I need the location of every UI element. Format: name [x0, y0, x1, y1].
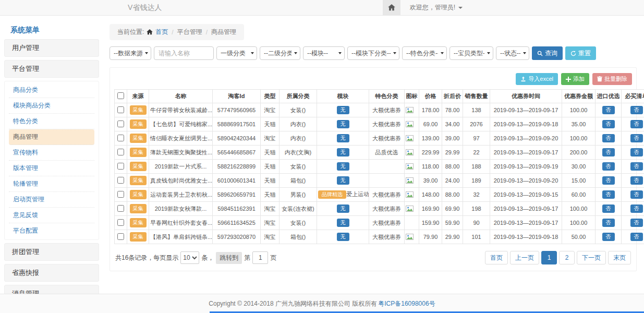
- batch-delete-button[interactable]: 批量删除: [592, 73, 632, 85]
- breadcrumb-prefix: 当前位置:: [117, 28, 144, 37]
- sidebar-group-groupon[interactable]: 拼团管理: [4, 243, 99, 261]
- import-select-toggle[interactable]: 否: [602, 148, 615, 156]
- import-select-toggle[interactable]: 否: [602, 190, 615, 199]
- import-select-toggle[interactable]: 否: [602, 120, 615, 128]
- row-checkbox[interactable]: [117, 121, 124, 127]
- feature-category: 大额优惠券: [369, 117, 405, 131]
- sidebar-item-carousel-management[interactable]: 轮播管理: [9, 176, 94, 192]
- item-type-select[interactable]: --宝贝类型--: [449, 46, 493, 60]
- must-buy-toggle[interactable]: 否: [630, 106, 643, 114]
- module-badge[interactable]: 无: [337, 204, 349, 213]
- sidebar-item-goods-category[interactable]: 商品分类: [9, 82, 94, 98]
- page-button-2[interactable]: 2: [559, 251, 575, 264]
- jump-page-input[interactable]: [252, 251, 268, 264]
- row-checkbox[interactable]: [117, 163, 124, 170]
- status-select[interactable]: --状态--: [496, 46, 529, 60]
- sidebar-group-user[interactable]: 用户管理: [4, 39, 99, 57]
- module-badge[interactable]: 无: [337, 162, 349, 171]
- module-sub-select[interactable]: --模块下分类--: [347, 46, 399, 60]
- row-checkbox[interactable]: [117, 219, 124, 226]
- row-checkbox[interactable]: [117, 191, 124, 198]
- page-button-1[interactable]: 1: [541, 251, 557, 264]
- row-checkbox[interactable]: [117, 149, 124, 155]
- feature-select[interactable]: --特色分类--: [402, 46, 447, 60]
- sidebar-item-splash-management[interactable]: 启动页管理: [9, 192, 94, 208]
- import-select-toggle[interactable]: 否: [602, 106, 615, 114]
- must-buy-toggle[interactable]: 否: [630, 162, 643, 171]
- must-buy-toggle[interactable]: 否: [630, 190, 643, 199]
- row-checkbox[interactable]: [117, 135, 124, 141]
- import-select-toggle[interactable]: 否: [602, 233, 615, 241]
- goods-name: 运动套装男士卫衣初秋...: [149, 188, 213, 202]
- breadcrumb-home[interactable]: 首页: [155, 28, 168, 37]
- import-select-toggle[interactable]: 否: [602, 219, 615, 227]
- module-select[interactable]: --模块--: [303, 46, 345, 60]
- must-buy-toggle[interactable]: 否: [630, 204, 643, 213]
- first-page-button[interactable]: 首页: [485, 251, 508, 264]
- must-buy-toggle[interactable]: 否: [630, 120, 643, 128]
- goods-name: 牛仔背带裤女秋装减龄...: [149, 103, 213, 117]
- sales-count: 138: [463, 103, 490, 117]
- module-badge[interactable]: 无: [337, 148, 349, 156]
- thumbnail-image-icon[interactable]: [406, 121, 418, 127]
- import-excel-button[interactable]: 导入excel: [516, 73, 558, 85]
- reset-button[interactable]: 重置: [565, 46, 596, 60]
- add-button[interactable]: 添加: [561, 73, 589, 85]
- import-select-toggle[interactable]: 否: [602, 162, 615, 171]
- header-home-button[interactable]: [383, 0, 400, 15]
- prev-page-button[interactable]: 上一页: [510, 251, 539, 264]
- sidebar-group-news[interactable]: 省惠快报: [4, 264, 99, 282]
- sidebar-item-platform-config[interactable]: 平台配置: [9, 223, 94, 238]
- last-page-button[interactable]: 末页: [608, 251, 631, 264]
- row-checkbox[interactable]: [117, 233, 124, 240]
- module-badge[interactable]: 品牌精选: [318, 190, 346, 199]
- goods-category: 内衣(): [280, 131, 317, 146]
- must-buy-toggle[interactable]: 否: [630, 134, 643, 142]
- sidebar-item-feature-category[interactable]: 特色分类: [9, 114, 94, 129]
- module-badge[interactable]: 无: [337, 176, 349, 185]
- must-buy-toggle[interactable]: 否: [630, 233, 643, 241]
- table-row: 采集 2019新款一片式系... 588216228899 天猫 女装() 无 …: [115, 160, 644, 174]
- thumbnail-image-icon[interactable]: [406, 234, 418, 240]
- sidebar-item-feedback[interactable]: 意见反馈: [9, 208, 94, 223]
- sidebar-item-module-goods-category[interactable]: 模块商品分类: [9, 98, 94, 114]
- row-checkbox[interactable]: [117, 205, 124, 212]
- user-menu[interactable]: 欢迎您，管理员!: [400, 0, 472, 15]
- import-select-toggle[interactable]: 否: [602, 204, 615, 213]
- thumbnail-image-icon[interactable]: [406, 135, 418, 141]
- select-all-checkbox[interactable]: [117, 92, 124, 99]
- name-search-input[interactable]: [154, 46, 214, 60]
- module-badge[interactable]: 无: [337, 219, 349, 227]
- category2-select[interactable]: --二级分类--: [260, 46, 300, 60]
- module-badge[interactable]: 无: [337, 106, 349, 114]
- row-checkbox[interactable]: [117, 177, 124, 184]
- sidebar-item-promo-material[interactable]: 宣传物料: [9, 145, 94, 161]
- next-page-button[interactable]: 下一页: [577, 251, 606, 264]
- thumbnail-image-icon[interactable]: [406, 107, 418, 113]
- must-buy-toggle[interactable]: 否: [630, 176, 643, 185]
- thumbnail-image-icon[interactable]: [406, 191, 418, 198]
- module-badge[interactable]: 无: [337, 134, 349, 142]
- sidebar-item-version-management[interactable]: 版本管理: [9, 161, 94, 176]
- row-checkbox[interactable]: [117, 106, 124, 113]
- sidebar-group-platform[interactable]: 平台管理: [4, 60, 99, 78]
- jump-button[interactable]: 跳转到: [216, 252, 242, 264]
- thumbnail-image-icon[interactable]: [406, 206, 418, 212]
- module-badge[interactable]: 无: [337, 120, 349, 128]
- import-select-toggle[interactable]: 否: [602, 176, 615, 185]
- must-buy-toggle[interactable]: 否: [630, 219, 643, 227]
- per-page-select[interactable]: 10: [180, 251, 199, 264]
- thumbnail-image-icon[interactable]: [406, 177, 418, 184]
- coupon-amount: 60.00: [562, 188, 596, 202]
- sales-count: 2076: [463, 117, 490, 131]
- data-source-select[interactable]: --数据来源--: [110, 46, 151, 60]
- search-button[interactable]: 查询: [532, 46, 563, 60]
- icp-link[interactable]: 粤ICP备16098006号: [378, 299, 435, 308]
- sidebar-item-goods-management[interactable]: 商品管理: [9, 129, 94, 145]
- import-select-toggle[interactable]: 否: [602, 134, 615, 142]
- thumbnail-image-icon[interactable]: [406, 149, 418, 155]
- must-buy-toggle[interactable]: 否: [630, 148, 643, 156]
- module-badge[interactable]: 无: [337, 233, 349, 241]
- category1-select[interactable]: 一级分类: [216, 46, 257, 60]
- thumbnail-image-icon[interactable]: [406, 163, 418, 170]
